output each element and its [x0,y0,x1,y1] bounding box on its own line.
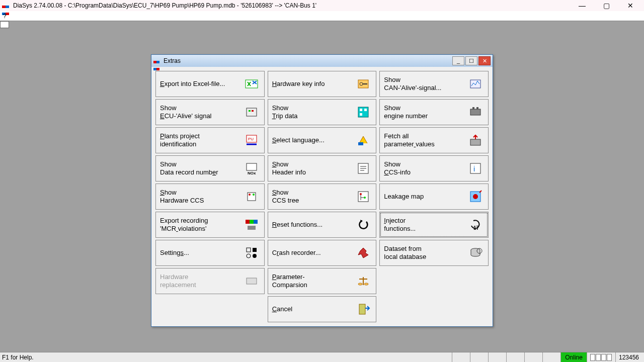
extras-settings-button[interactable]: Settings... [155,240,265,266]
dataset-icon [467,244,484,261]
extras-leakage-map-button[interactable]: Leakage map [379,184,489,210]
button-label: ShowHeader info [272,160,352,177]
status-flags [587,352,615,362]
extras-parameter-comparsion-button[interactable]: Parameter-Comparsion [268,268,377,294]
extras-injector-functions-button[interactable]: Injectorfunctions...17 [379,212,489,238]
svg-rect-36 [472,107,474,109]
svg-rect-33 [359,304,365,314]
extras-hardware-key-info-button[interactable]: Hardware key info [268,71,377,97]
extras-select-language-button[interactable]: Select language... [268,127,377,153]
svg-rect-28 [358,192,368,202]
extras-crash-recorder-button[interactable]: Crash recorder... [268,240,377,266]
svg-rect-26 [358,142,363,145]
extras-show-ecu-alive-signal-button[interactable]: ShowECU-'Alive' signal [155,99,265,125]
button-label: ShowECU-'Alive' signal [160,104,240,121]
status-cell [506,352,524,362]
extras-show-header-info-button[interactable]: ShowHeader info [268,155,377,182]
button-label: ShowData record number [160,160,240,177]
status-counter: 123456 [615,352,642,362]
button-label: Plants projectidentification [160,132,240,149]
dialog-titlebar: Extras _ ☐ ✕ [151,55,493,67]
extras-show-ccs-tree-button[interactable]: ShowCCS tree [268,184,377,210]
key-icon [355,75,372,93]
svg-rect-34 [470,80,480,88]
extras-dialog: Extras _ ☐ ✕ Export into Excel-file...Sh… [151,54,493,327]
svg-rect-13 [254,220,258,224]
svg-rect-38 [470,139,480,145]
extras-show-engine-number-button[interactable]: Showengine number [379,99,489,125]
minimize-button[interactable]: — [575,2,590,10]
hwrep-icon [243,273,260,290]
dialog-maximize-button[interactable]: ☐ [465,56,477,65]
reset-icon [355,216,372,233]
can-icon [467,75,484,93]
svg-text:PU: PU [248,137,254,141]
tree-icon [355,188,372,205]
extras-show-trip-data-button[interactable]: ShowTrip data [268,99,377,125]
menubar[interactable]: ? [0,11,644,21]
svg-rect-39 [470,163,480,173]
button-label: Select language... [272,136,352,144]
compare-icon [355,273,372,290]
extras-plants-project-identification-button[interactable]: Plants projectidentificationPU [155,127,265,153]
button-label: Export recording'MCR violations' [160,217,240,233]
excel-icon [243,75,260,93]
crash-icon [355,244,372,261]
injector-icon: 17 [467,216,484,233]
window-title: DiaSys 2.74.00.08 - C:\ProgramData\DiaSy… [13,2,575,9]
button-label: ShowCAN-'Alive'-signal... [384,76,464,93]
button-label: Dataset fromlocal database [384,245,464,261]
status-cell [452,352,470,362]
extras-dataset-from-local-database-button[interactable]: Dataset fromlocal database [379,240,489,266]
svg-rect-12 [250,220,254,224]
mdi-doc-stub[interactable] [0,21,9,28]
button-label: Cancel [272,305,352,313]
svg-point-17 [247,254,251,258]
button-label: Fetch allparameter values [384,132,464,149]
status-cell [542,352,560,362]
extras-export-into-excel-file-button[interactable]: Export into Excel-file... [155,71,265,97]
maximize-button[interactable]: ▢ [599,2,614,10]
svg-point-31 [358,283,362,285]
mcr-icon [243,216,260,233]
svg-rect-1 [247,108,257,116]
main-titlebar: DiaSys 2.74.00.08 - C:\ProgramData\DiaSy… [0,0,644,11]
status-online: Online [560,352,587,362]
button-label: Hardware key info [272,80,352,88]
extras-reset-functions-button[interactable]: Reset functions... [268,212,377,238]
extras-show-hardware-ccs-button[interactable]: ShowHardware CCS [155,184,265,210]
statusbar: F1 for Help. Online 123456 [0,352,644,362]
dialog-minimize-button[interactable]: _ [452,56,464,65]
extras-show-ccs-info-button[interactable]: ShowCCS-infoi [379,155,489,182]
svg-rect-3 [252,110,254,112]
extras-cancel-button[interactable]: Cancel [268,296,377,322]
button-label: Export into Excel-file... [160,80,240,88]
leak-icon [467,188,484,205]
button-label: Crash recorder... [272,249,352,257]
menu-help[interactable]: ? [3,13,7,20]
svg-text:17: 17 [473,225,479,231]
status-cell [488,352,506,362]
button-label: ShowCCS-info [384,160,464,177]
hwccs-icon [243,188,260,205]
dialog-title: Extras [164,57,452,64]
button-label: Reset functions... [272,221,352,229]
button-label: Settings... [160,249,240,257]
dialog-close-button[interactable]: ✕ [478,56,491,65]
svg-text:i: i [473,165,475,173]
dialog-logo-icon [153,58,160,64]
settings-icon [243,244,260,261]
extras-show-can-alive-signal-button[interactable]: ShowCAN-'Alive'-signal... [379,71,489,97]
extras-show-data-record-number-button[interactable]: ShowData record numberNOx [155,155,265,182]
engine-icon [467,104,484,121]
button-label: Parameter-Comparsion [272,273,352,290]
button-label: Leakage map [384,193,464,201]
svg-point-18 [253,254,257,258]
extras-export-recording-mcr-violations-button[interactable]: Export recording'MCR violations' [155,212,265,238]
button-label: Hardwarereplacement [160,273,240,290]
close-button[interactable]: ✕ [623,2,638,10]
nox-icon: NOx [243,160,260,177]
cancel-icon [355,301,372,318]
extras-fetch-all-parameter-values-button[interactable]: Fetch allparameter values [379,127,489,153]
fetch-icon [467,132,484,149]
